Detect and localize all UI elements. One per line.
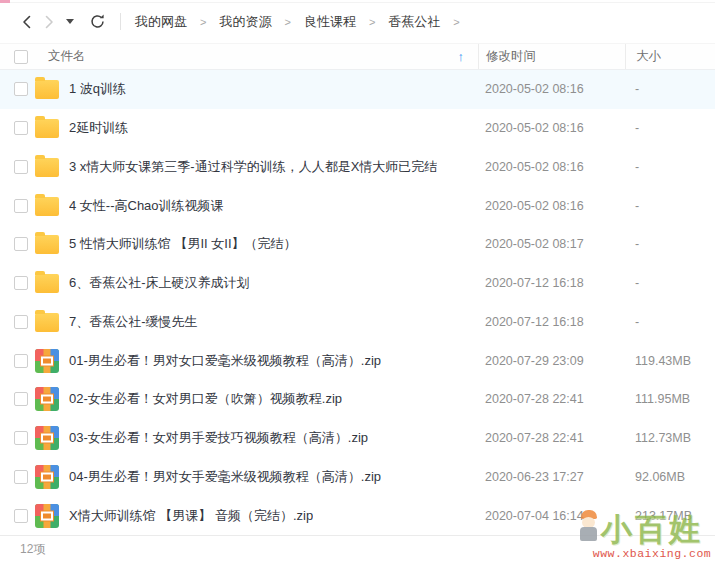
- toolbar-divider: [120, 13, 121, 30]
- row-checkbox[interactable]: [14, 82, 28, 96]
- sort-ascending-icon[interactable]: ↑: [458, 49, 465, 64]
- file-row[interactable]: 04-男生必看！男对女手爱毫米级视频教程（高清）.zip 2020-06-23 …: [0, 458, 715, 497]
- file-name[interactable]: 7、香蕉公社-缓慢先生: [69, 313, 198, 331]
- site-watermark: 小百姓 www.xbaixing.com: [590, 513, 714, 560]
- file-name-cell: 02-女生必看！女对男口爱（吹箫）视频教程.zip: [0, 387, 478, 411]
- folder-icon: [35, 119, 59, 138]
- folder-icon: [35, 313, 59, 332]
- file-size: -: [625, 237, 715, 251]
- file-icon-wrap: [35, 426, 59, 450]
- file-name[interactable]: 6、香蕉公社-床上硬汉养成计划: [69, 274, 250, 292]
- history-dropdown-button[interactable]: [62, 11, 78, 33]
- file-name[interactable]: 5 性情大师训练馆 【男II 女II】（完结）: [69, 235, 297, 253]
- top-left-accent: [0, 0, 10, 3]
- row-checkbox[interactable]: [14, 509, 28, 523]
- zip-file-icon: [35, 426, 59, 450]
- chevron-right-icon: [41, 14, 57, 30]
- file-row[interactable]: 4 女性--高Chao训练视频课 2020-05-02 08:16 -: [0, 186, 715, 225]
- file-size: 112.73MB: [625, 431, 715, 445]
- file-icon-wrap: [35, 349, 59, 373]
- row-checkbox[interactable]: [14, 470, 28, 484]
- file-name[interactable]: 01-男生必看！男对女口爱毫米级视频教程（高清）.zip: [69, 352, 381, 370]
- watermark-url: www.xbaixing.com: [590, 547, 714, 560]
- breadcrumb-item[interactable]: 香蕉公社: [388, 13, 440, 31]
- file-name-cell: 5 性情大师训练馆 【男II 女II】（完结）: [0, 232, 478, 256]
- column-header-size[interactable]: 大小: [625, 44, 715, 69]
- column-header-name: 文件名 ↑: [0, 44, 478, 69]
- modified-date: 2020-05-02 08:16: [478, 199, 625, 213]
- row-checkbox[interactable]: [14, 199, 28, 213]
- zip-file-icon: [35, 387, 59, 411]
- row-checkbox[interactable]: [14, 392, 28, 406]
- back-button[interactable]: [16, 11, 38, 33]
- folder-icon: [35, 80, 59, 99]
- file-name[interactable]: 03-女生必看！女对男手爱技巧视频教程（高清）.zip: [69, 429, 368, 447]
- file-name-cell: 4 女性--高Chao训练视频课: [0, 194, 478, 218]
- folder-icon: [35, 235, 59, 254]
- file-row[interactable]: 6、香蕉公社-床上硬汉养成计划 2020-07-12 16:18 -: [0, 264, 715, 303]
- file-name-cell: X情大师训练馆 【男课】 音频（完结）.zip: [0, 504, 478, 528]
- file-icon-wrap: [35, 232, 59, 256]
- file-row[interactable]: 03-女生必看！女对男手爱技巧视频教程（高清）.zip 2020-07-28 2…: [0, 419, 715, 458]
- file-row[interactable]: 1 波q训练 2020-05-02 08:16 -: [0, 70, 715, 109]
- select-all-checkbox[interactable]: [14, 50, 28, 64]
- row-checkbox[interactable]: [14, 315, 28, 329]
- modified-date: 2020-05-02 08:16: [478, 82, 625, 96]
- table-header: 文件名 ↑ 修改时间 大小: [0, 43, 715, 70]
- file-row[interactable]: 3 x情大师女课第三季-通过科学的训练，人人都是X情大师已完结 2020-05-…: [0, 148, 715, 187]
- row-checkbox[interactable]: [14, 431, 28, 445]
- modified-date: 2020-05-02 08:16: [478, 121, 625, 135]
- modified-date: 2020-05-02 08:17: [478, 237, 625, 251]
- column-label-filename[interactable]: 文件名: [48, 48, 86, 65]
- modified-date: 2020-07-29 23:09: [478, 354, 625, 368]
- file-name[interactable]: 1 波q训练: [69, 80, 126, 98]
- watermark-text: 小百姓: [590, 513, 714, 547]
- file-icon-wrap: [35, 271, 59, 295]
- row-checkbox[interactable]: [14, 237, 28, 251]
- file-row[interactable]: 2延时训练 2020-05-02 08:16 -: [0, 109, 715, 148]
- file-row[interactable]: 7、香蕉公社-缓慢先生 2020-07-12 16:18 -: [0, 303, 715, 342]
- breadcrumb-item[interactable]: 我的资源: [219, 13, 271, 31]
- file-name-cell: 3 x情大师女课第三季-通过科学的训练，人人都是X情大师已完结: [0, 155, 478, 179]
- breadcrumb-separator: >: [453, 16, 459, 28]
- file-name[interactable]: 3 x情大师女课第三季-通过科学的训练，人人都是X情大师已完结: [69, 158, 437, 176]
- chevron-left-icon: [19, 14, 35, 30]
- file-row[interactable]: 5 性情大师训练馆 【男II 女II】（完结） 2020-05-02 08:17…: [0, 225, 715, 264]
- forward-button[interactable]: [38, 11, 60, 33]
- column-header-modified[interactable]: 修改时间: [478, 44, 625, 69]
- file-list: 1 波q训练 2020-05-02 08:16 - 2延时训练 2020-05-…: [0, 70, 715, 535]
- row-checkbox[interactable]: [14, 121, 28, 135]
- file-name[interactable]: X情大师训练馆 【男课】 音频（完结）.zip: [69, 507, 313, 525]
- folder-icon: [35, 274, 59, 293]
- file-name[interactable]: 04-男生必看！男对女手爱毫米级视频教程（高清）.zip: [69, 468, 381, 486]
- file-size: 111.95MB: [625, 392, 715, 406]
- window-top-border: [0, 2, 715, 3]
- breadcrumb-separator: >: [200, 16, 206, 28]
- file-name[interactable]: 4 女性--高Chao训练视频课: [69, 197, 224, 215]
- breadcrumb-separator: >: [284, 16, 290, 28]
- file-manager-window: { "toolbar": { "back_icon": "chevron-lef…: [0, 0, 715, 563]
- navigation-toolbar: 我的网盘>我的资源>良性课程>香蕉公社>: [0, 0, 715, 43]
- row-checkbox[interactable]: [14, 354, 28, 368]
- refresh-button[interactable]: [86, 11, 108, 33]
- breadcrumb-item[interactable]: 良性课程: [304, 13, 356, 31]
- folder-icon: [35, 158, 59, 177]
- file-name-cell: 04-男生必看！男对女手爱毫米级视频教程（高清）.zip: [0, 465, 478, 489]
- item-count: 12项: [20, 541, 45, 558]
- file-row[interactable]: 01-男生必看！男对女口爱毫米级视频教程（高清）.zip 2020-07-29 …: [0, 341, 715, 380]
- file-size: 92.06MB: [625, 470, 715, 484]
- file-icon-wrap: [35, 310, 59, 334]
- zip-file-icon: [35, 465, 59, 489]
- file-icon-wrap: [35, 465, 59, 489]
- breadcrumb-item[interactable]: 我的网盘: [135, 13, 187, 31]
- file-size: -: [625, 276, 715, 290]
- zip-file-icon: [35, 349, 59, 373]
- modified-date: 2020-07-12 16:18: [478, 315, 625, 329]
- row-checkbox[interactable]: [14, 276, 28, 290]
- caret-down-icon: [66, 19, 74, 24]
- breadcrumb: 我的网盘>我的资源>良性课程>香蕉公社>: [135, 13, 473, 31]
- file-name[interactable]: 02-女生必看！女对男口爱（吹箫）视频教程.zip: [69, 390, 342, 408]
- file-row[interactable]: 02-女生必看！女对男口爱（吹箫）视频教程.zip 2020-07-28 22:…: [0, 380, 715, 419]
- row-checkbox[interactable]: [14, 160, 28, 174]
- file-name[interactable]: 2延时训练: [69, 119, 128, 137]
